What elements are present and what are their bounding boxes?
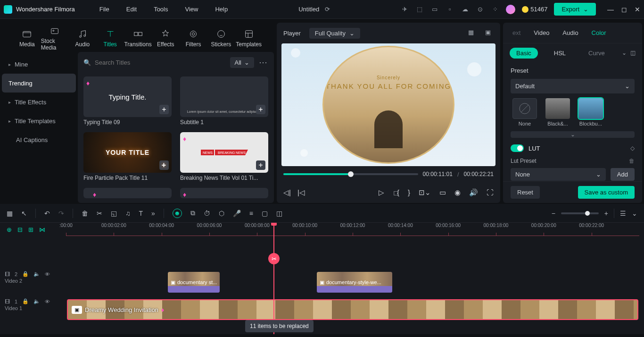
tile-typing-title[interactable]: ♦Typing Title.+ Typing Title 09 (83, 76, 172, 126)
auto-ripple-icon[interactable]: ⋈ (39, 226, 45, 233)
tab-transitions[interactable]: Transitions (124, 29, 152, 48)
tab-filters[interactable]: Filters (180, 29, 207, 48)
grid-view-icon[interactable]: ▦ (468, 29, 477, 37)
split-button[interactable]: ✂ (97, 210, 102, 217)
visibility-toggle[interactable]: 👁 (45, 299, 50, 304)
clip-video2-a[interactable]: ▣documentary st... (168, 272, 220, 293)
playhead[interactable]: ✂ (273, 223, 274, 334)
send-icon[interactable]: ✈ (400, 5, 409, 14)
lock-toggle[interactable]: 🔒 (22, 298, 29, 304)
text-button[interactable]: T (139, 210, 143, 217)
avatar[interactable] (506, 5, 515, 14)
mute-toggle[interactable]: 🔈 (33, 271, 40, 277)
step-back-button[interactable]: |◁ (297, 188, 305, 197)
chevron-down-icon[interactable]: ⌄ (622, 50, 627, 56)
link-icon[interactable]: ⊟ (17, 226, 23, 233)
mark-in-button[interactable]: { (397, 188, 399, 197)
menu-file[interactable]: File (98, 4, 111, 15)
track-content-video2[interactable]: ▣documentary st... ▣documentary-style-we… (66, 269, 639, 296)
cc-button[interactable]: ⧉ (190, 209, 195, 217)
preview-viewport[interactable]: Sincerely THANK YOU ALL FOR COMING (281, 43, 495, 166)
layout-icon[interactable]: ▦ (7, 210, 13, 217)
play-button[interactable]: ▷ (379, 188, 384, 197)
ai-tool-button[interactable]: ☻ (173, 209, 182, 218)
sidebar-item-mine[interactable]: ▸Mine (2, 55, 76, 74)
delete-lut-icon[interactable]: 🗑 (629, 158, 635, 164)
preset-blockbuster[interactable]: Blockbu... (577, 98, 605, 126)
more-menu[interactable]: ⋯ (259, 57, 268, 67)
marker-button[interactable]: ⬡ (219, 210, 224, 217)
mark-out-button[interactable]: } (408, 188, 410, 197)
lut-toggle[interactable] (511, 144, 524, 152)
add-tile-button[interactable]: + (256, 105, 265, 114)
pointer-icon[interactable]: ↖ (21, 210, 27, 217)
tile-subtitle[interactable]: Lorem ipsum dolor sit amet, consectetur … (180, 76, 268, 126)
tab-color[interactable]: Color (592, 26, 606, 39)
chevron-down-icon[interactable]: ⌄ (632, 210, 637, 217)
crop-button[interactable]: ◱ (111, 210, 117, 217)
apps-icon[interactable]: ⁘ (491, 5, 499, 14)
zoom-out-button[interactable]: − (552, 210, 555, 217)
points-display[interactable]: 51467 (522, 6, 547, 13)
adjust-button[interactable]: ◫ (276, 210, 282, 217)
timeline-ruler[interactable]: :00:00 00:00:02:00 00:00:04:00 00:00:06:… (66, 223, 639, 236)
subtab-curve[interactable]: Curve (582, 48, 611, 59)
sidebar-item-title-effects[interactable]: ▸Title Effects (2, 93, 76, 111)
tab-audio-prop[interactable]: Audio (562, 26, 578, 39)
project-status-icon[interactable]: ⟳ (323, 5, 331, 14)
tile-news[interactable]: ♦NEWSBREAKING NEWS+ Breaking News Title … (180, 132, 268, 181)
menu-edit[interactable]: Edit (124, 4, 139, 15)
menu-tools[interactable]: Tools (152, 4, 170, 15)
save-custom-button[interactable]: Save as custom (578, 186, 635, 199)
add-tile-button[interactable]: + (256, 160, 265, 170)
clip-video1-template[interactable]: ▣ Dreamy Wedding Invitation ♦ (67, 299, 638, 320)
undo-button[interactable]: ↶ (44, 210, 50, 217)
more-tools-button[interactable]: » (151, 210, 155, 217)
preset-none[interactable]: None (511, 98, 539, 126)
search-input[interactable] (95, 59, 225, 66)
delete-button[interactable]: 🗑 (82, 210, 88, 217)
fullscreen-button[interactable]: ⛶ (487, 188, 494, 197)
tab-titles[interactable]: Titles (96, 29, 124, 48)
tab-templates[interactable]: Templates (235, 29, 263, 48)
preset-select[interactable]: Default⌄ (511, 79, 635, 93)
playhead-handle[interactable] (271, 223, 277, 226)
sidebar-item-ai-captions[interactable]: AI Captions (2, 130, 76, 149)
keyframe-icon[interactable]: ◇ (630, 145, 635, 152)
add-tile-button[interactable]: + (159, 105, 169, 114)
visibility-toggle[interactable]: 👁 (45, 271, 50, 277)
prev-frame-button[interactable]: ◁| (283, 188, 291, 197)
search-box[interactable]: 🔍 (83, 59, 225, 66)
magnet-icon[interactable]: ⊞ (28, 226, 33, 233)
split-at-playhead[interactable]: ✂ (268, 253, 280, 264)
sidebar-item-title-templates[interactable]: ▸Title Templates (2, 111, 76, 130)
tab-audio[interactable]: Audio (69, 29, 97, 48)
expand-presets[interactable]: ⌄ (511, 131, 635, 138)
device-icon[interactable]: ⬚ (415, 5, 424, 14)
headset-icon[interactable]: ⊙ (476, 5, 484, 14)
tile-partial[interactable]: ♦ (83, 188, 172, 198)
save-icon[interactable]: ▫ (446, 5, 454, 14)
subtab-basic[interactable]: Basic (510, 48, 538, 59)
zoom-in-button[interactable]: + (604, 210, 608, 217)
subtab-hsl[interactable]: HSL (547, 48, 572, 59)
tab-effects[interactable]: Effects (152, 29, 180, 48)
close-button[interactable]: ✕ (635, 6, 640, 13)
track-content-video1[interactable]: ▣ Dreamy Wedding Invitation ♦ (66, 296, 639, 324)
tab-media[interactable]: Media (13, 29, 41, 48)
display-button[interactable]: ▭ (439, 188, 446, 197)
tab-stock[interactable]: Stock Media (41, 25, 69, 51)
menu-view[interactable]: View (183, 4, 200, 15)
lut-preset-select[interactable]: None⌄ (511, 168, 606, 181)
voiceover-button[interactable]: 🎤 (233, 210, 241, 217)
snapshot-compare-icon[interactable]: ▣ (485, 29, 494, 37)
tab-video[interactable]: Video (534, 26, 549, 39)
add-tile-button[interactable]: + (159, 160, 169, 170)
add-lut-button[interactable]: Add (611, 168, 635, 181)
lock-toggle[interactable]: 🔒 (22, 271, 29, 277)
seek-slider[interactable] (283, 173, 418, 175)
quality-dropdown[interactable]: Full Quality⌄ (309, 28, 360, 39)
monitor-icon[interactable]: ▭ (430, 5, 439, 14)
ratio-dropdown[interactable]: ⊡⌄ (419, 188, 431, 197)
minimize-button[interactable]: — (607, 6, 614, 13)
